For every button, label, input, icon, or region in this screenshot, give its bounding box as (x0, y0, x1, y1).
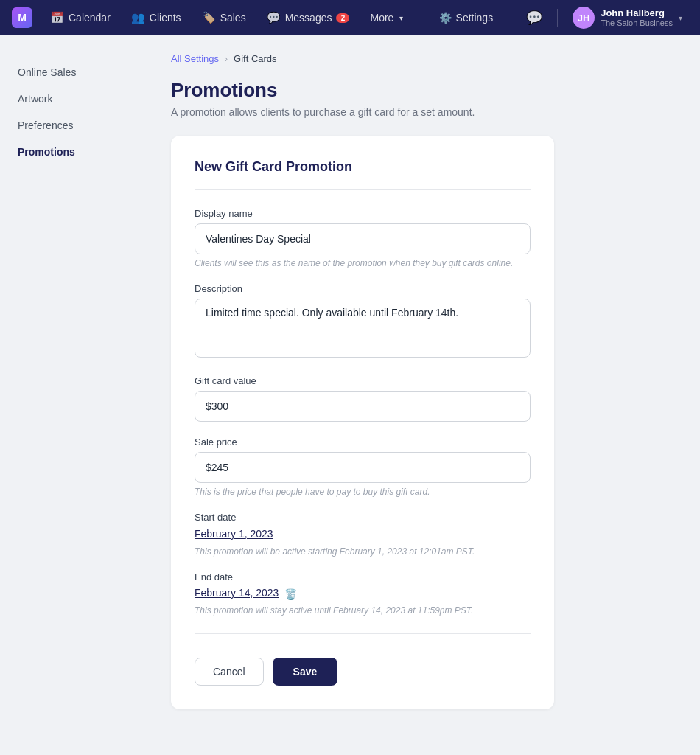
chat-button[interactable]: 💬 (520, 7, 548, 29)
nav-right: ⚙️ Settings 💬 JH John Hallberg The Salon… (430, 4, 688, 32)
sale-price-group: Sale price This is the price that people… (195, 436, 531, 497)
breadcrumb-separator: › (225, 54, 228, 64)
sidebar-item-preferences[interactable]: Preferences (0, 112, 147, 139)
display-name-hint: Clients will see this as the name of the… (195, 258, 531, 268)
delete-end-date-icon[interactable]: 🗑️ (284, 588, 297, 600)
main-content: All Settings › Gift Cards Promotions A p… (147, 35, 700, 755)
sale-price-input[interactable] (195, 452, 531, 483)
user-info: John Hallberg The Salon Business (601, 7, 673, 29)
cancel-button[interactable]: Cancel (195, 658, 264, 686)
sale-price-hint: This is the price that people have to pa… (195, 487, 531, 497)
navbar: M 📅 Calendar 👥 Clients 🏷️ Sales 💬 Messag… (0, 0, 700, 35)
nav-divider-1 (511, 9, 511, 27)
nav-settings[interactable]: ⚙️ Settings (430, 7, 503, 28)
page-subtitle: A promotion allows clients to purchase a… (171, 106, 665, 118)
description-input[interactable] (195, 299, 531, 358)
start-date-label: Start date (195, 512, 531, 523)
description-group: Description (195, 283, 531, 361)
sidebar-item-online-sales[interactable]: Online Sales (0, 59, 147, 86)
end-date-hint: This promotion will stay active until Fe… (195, 605, 531, 616)
sale-price-label: Sale price (195, 436, 531, 448)
clients-icon: 👥 (131, 11, 145, 24)
nav-messages[interactable]: 💬 Messages 2 (258, 7, 359, 29)
card-divider (195, 633, 531, 634)
end-date-group: End date February 14, 2023 🗑️ This promo… (195, 571, 531, 616)
gift-card-value-group: Gift card value (195, 375, 531, 422)
chevron-down-icon: ▾ (399, 14, 403, 22)
nav-more[interactable]: More ▾ (361, 7, 412, 28)
display-name-label: Display name (195, 208, 531, 219)
start-date-value[interactable]: February 1, 2023 (195, 528, 273, 540)
chat-icon: 💬 (526, 10, 542, 25)
sidebar-item-artwork[interactable]: Artwork (0, 86, 147, 112)
form-actions: Cancel Save (195, 652, 531, 686)
end-date-value[interactable]: February 14, 2023 (195, 587, 279, 599)
page-layout: Online Sales Artwork Preferences Promoti… (0, 35, 700, 755)
display-name-input[interactable] (195, 223, 531, 254)
nav-divider-2 (557, 9, 558, 27)
calendar-icon: 📅 (50, 11, 64, 24)
display-name-group: Display name Clients will see this as th… (195, 208, 531, 268)
start-date-hint: This promotion will be active starting F… (195, 546, 531, 557)
breadcrumb: All Settings › Gift Cards (171, 53, 665, 64)
messages-icon: 💬 (267, 11, 281, 24)
user-menu[interactable]: JH John Hallberg The Salon Business ▾ (567, 4, 688, 32)
sales-icon: 🏷️ (202, 11, 216, 24)
messages-badge: 2 (336, 13, 349, 23)
app-logo[interactable]: M (12, 7, 32, 28)
gift-card-value-input[interactable] (195, 391, 531, 422)
description-label: Description (195, 283, 531, 294)
start-date-group: Start date February 1, 2023 This promoti… (195, 512, 531, 557)
save-button[interactable]: Save (273, 658, 338, 686)
page-title: Promotions (171, 79, 665, 102)
card-title: New Gift Card Promotion (195, 159, 531, 190)
user-chevron-icon: ▾ (679, 14, 682, 22)
promotion-card: New Gift Card Promotion Display name Cli… (171, 136, 554, 709)
nav-clients[interactable]: 👥 Clients (122, 7, 190, 29)
settings-icon: ⚙️ (439, 12, 452, 24)
breadcrumb-current: Gift Cards (234, 53, 277, 64)
end-date-label: End date (195, 571, 531, 582)
sidebar: Online Sales Artwork Preferences Promoti… (0, 35, 147, 755)
nav-calendar[interactable]: 📅 Calendar (41, 7, 119, 29)
nav-sales[interactable]: 🏷️ Sales (193, 7, 255, 29)
sidebar-item-promotions[interactable]: Promotions (0, 139, 147, 165)
gift-card-value-label: Gift card value (195, 375, 531, 386)
avatar: JH (573, 7, 595, 29)
breadcrumb-all-settings[interactable]: All Settings (171, 53, 219, 64)
